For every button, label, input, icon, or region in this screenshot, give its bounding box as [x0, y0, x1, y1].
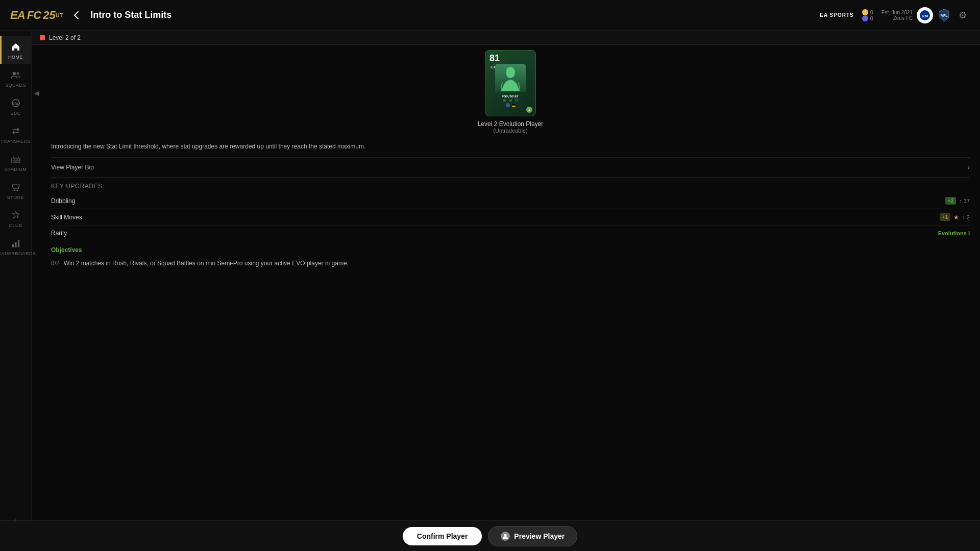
arrow-nav: ◄ [32, 45, 41, 551]
sidebar-sbc-label: SBC [10, 111, 20, 116]
card-player-name: Reuteler [502, 94, 519, 98]
svg-point-11 [16, 190, 18, 191]
level-bar: Level 2 of 2 [32, 31, 980, 45]
upgrade-label-skill-moves: Skill Moves [51, 214, 82, 221]
svg-point-17 [504, 534, 507, 536]
card-stats-row: 86 54 77 [503, 99, 518, 102]
main-content: 81 CAM Reuteler 86 54 77 [41, 45, 980, 520]
points-icon [862, 15, 868, 21]
sidebar-item-leaderboards[interactable]: Leaderboards [0, 232, 31, 260]
svg-point-4 [13, 72, 16, 75]
vfl-badge: VFL [937, 8, 951, 22]
ea-sports-logo: EA SPORTS [820, 12, 853, 18]
confirm-player-button[interactable]: Confirm Player [403, 527, 482, 545]
club-badge: RM [917, 7, 933, 23]
card-stat-3: 77 [515, 99, 518, 102]
sidebar-item-stadium[interactable]: Stadium [0, 148, 31, 176]
svg-rect-13 [15, 242, 16, 247]
preview-player-label: Preview Player [514, 532, 565, 540]
sidebar-leaderboards-label: Leaderboards [0, 251, 36, 256]
top-bar-left: EA FC 25 UT Intro to Stat Limits [10, 9, 172, 22]
sidebar-item-home[interactable]: Home [0, 36, 31, 64]
dribbling-badge: +2 [945, 197, 956, 205]
skill-moves-value: ↑ 2 [962, 214, 970, 220]
bottom-bar: Confirm Player Preview Player [0, 520, 980, 551]
card-player-image [495, 64, 526, 92]
sidebar-home-label: Home [8, 55, 23, 60]
upgrade-right-rarity: Evolutions I [938, 230, 970, 236]
logo-number: 25 [43, 9, 55, 22]
view-bio-row[interactable]: View Player Bio › [51, 157, 970, 178]
card-rating: 81 [489, 54, 500, 63]
sidebar-item-store[interactable]: Store [0, 176, 31, 204]
chevron-right-icon: › [967, 163, 970, 172]
view-bio-label: View Player Bio [51, 164, 94, 171]
upgrade-right-dribbling: +2 ↑ 37 [945, 197, 970, 205]
home-icon [10, 41, 22, 53]
card-stat-1: 86 [503, 99, 506, 102]
coins-row: 0 [862, 9, 873, 15]
card-country: 🇩🇪 [512, 104, 516, 107]
sbc-icon: SBC [10, 97, 22, 109]
transfers-icon [10, 125, 22, 137]
preview-player-button[interactable]: Preview Player [488, 526, 577, 546]
svg-point-10 [13, 190, 15, 191]
club-name: Zeus FC [881, 15, 913, 21]
card-evo-badge: ▲ [526, 107, 532, 113]
left-arrow-button[interactable]: ◄ [32, 86, 42, 101]
player-card-area: 81 CAM Reuteler 86 54 77 [51, 50, 970, 134]
sidebar-item-sbc[interactable]: SBC SBC [0, 92, 31, 120]
card-flags: 🇩🇪 [506, 103, 516, 107]
key-upgrades-header: Key Upgrades [51, 178, 970, 193]
svg-rect-12 [12, 244, 14, 247]
svg-text:SBC: SBC [12, 102, 19, 106]
dribbling-value: ↑ 37 [959, 198, 970, 204]
points-row: 0 [862, 15, 873, 21]
svg-text:VFL: VFL [941, 14, 948, 17]
coins-value: 0 [870, 9, 873, 15]
page-title: Intro to Stat Limits [90, 10, 172, 20]
sidebar-transfers-label: Transfers [1, 139, 31, 144]
est-date: Est. Jun 2021 [881, 10, 913, 15]
level-indicator [40, 35, 45, 40]
card-flag [506, 103, 510, 107]
evolutions-label: Evolutions I [938, 230, 970, 236]
card-stat-2: 54 [509, 99, 512, 102]
sidebar-item-transfers[interactable]: Transfers [0, 120, 31, 148]
svg-point-16 [506, 67, 515, 78]
skill-moves-badge: +1 [940, 213, 950, 221]
leaderboards-icon [10, 237, 22, 249]
sidebar-item-squads[interactable]: Squads [0, 64, 31, 92]
description-text: Introducing the new Stat Limit threshold… [51, 142, 510, 151]
upgrade-row-skill-moves: Skill Moves +1 ★ ↑ 2 [51, 209, 970, 226]
svg-point-5 [16, 72, 19, 75]
user-info: Est. Jun 2021 Zeus FC RM VFL ⚙ [881, 7, 970, 23]
objective-row-1: 0/2 Win 2 matches in Rush, Rivals, or Sq… [51, 257, 970, 270]
squads-icon [10, 69, 22, 81]
upgrade-row-dribbling: Dribbling +2 ↑ 37 [51, 193, 970, 209]
sidebar-stadium-label: Stadium [5, 167, 27, 172]
objective-text-1: Win 2 matches in Rush, Rivals, or Squad … [64, 260, 349, 267]
coin-icon [862, 9, 868, 15]
player-card-label: Level 2 Evolution Player [478, 120, 544, 128]
sidebar: Home Squads SBC SBC Transfe [0, 31, 32, 551]
sidebar-squads-label: Squads [5, 83, 26, 88]
club-icon [10, 209, 22, 221]
player-card: 81 CAM Reuteler 86 54 77 [485, 50, 536, 116]
preview-icon [501, 532, 510, 541]
player-card-sublabel: (Untradeable) [493, 128, 527, 134]
svg-rect-14 [18, 240, 19, 247]
logo-text: EA FC [10, 9, 41, 22]
header-settings-icon[interactable]: ⚙ [955, 8, 970, 22]
upgrade-row-rarity: Rarity Evolutions I [51, 226, 970, 241]
logo-ut: UT [56, 12, 63, 18]
top-bar-right: EA SPORTS 0 0 Est. Jun 2021 Zeus FC RM [820, 7, 970, 23]
points-value: 0 [870, 15, 873, 21]
stadium-icon [10, 153, 22, 165]
sidebar-store-label: Store [7, 195, 24, 200]
logo: EA FC 25 UT [10, 9, 63, 22]
upgrade-label-dribbling: Dribbling [51, 197, 75, 205]
level-text: Level 2 of 2 [49, 34, 81, 41]
sidebar-item-club[interactable]: Club [0, 204, 31, 232]
back-button[interactable] [71, 10, 82, 21]
